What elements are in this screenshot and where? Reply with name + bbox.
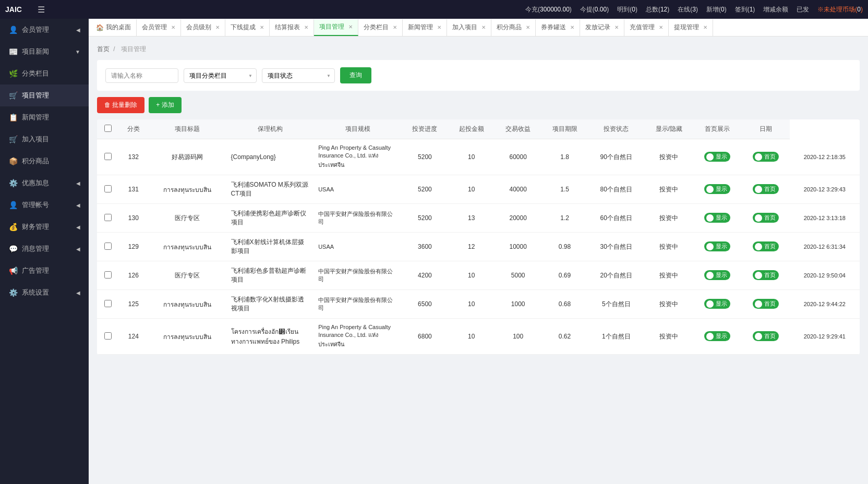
sidebar-item-message-mgmt[interactable]: 💬 消息管理 ◀	[0, 238, 89, 260]
row-select-checkbox[interactable]	[104, 271, 112, 279]
tab-close-icon[interactable]: ✕	[437, 25, 441, 30]
row-show-toggle[interactable]: 显示	[693, 233, 741, 261]
row-date: 2020-12 9:44:22	[790, 290, 860, 319]
tab-my-desk[interactable]: 🏠 我的桌面	[91, 19, 137, 36]
show-toggle[interactable]: 显示	[704, 241, 730, 251]
status-select[interactable]: 项目状态	[262, 68, 335, 83]
homepage-toggle[interactable]: 首页	[753, 213, 779, 223]
row-select-checkbox[interactable]	[104, 214, 112, 221]
tab-join-project[interactable]: 加入项目 ✕	[447, 19, 491, 36]
tab-coupon-transfer[interactable]: 券券罐送 ✕	[536, 19, 580, 36]
tab-downline-achieve[interactable]: 下线提成 ✕	[225, 19, 270, 36]
show-toggle[interactable]: 显示	[704, 213, 730, 223]
tab-close-icon[interactable]: ✕	[348, 24, 353, 30]
tab-close-icon[interactable]: ✕	[393, 25, 397, 30]
stat-unprocessed[interactable]: ※未处理币场(0)	[817, 5, 863, 14]
row-show-toggle[interactable]: 显示	[693, 290, 741, 319]
row-select-checkbox[interactable]	[104, 332, 112, 340]
homepage-toggle[interactable]: 首页	[753, 152, 779, 162]
tab-close-icon[interactable]: ✕	[481, 25, 486, 30]
batch-delete-button[interactable]: 🗑 批量删除	[97, 97, 144, 113]
tab-close-icon[interactable]: ✕	[304, 25, 308, 30]
row-checkbox	[97, 261, 119, 290]
sidebar-item-ad-mgmt[interactable]: 📢 广告管理	[0, 260, 89, 282]
toggle-label: 显示	[716, 243, 727, 250]
homepage-toggle[interactable]: 首页	[753, 299, 779, 309]
stat-issued[interactable]: 已发	[797, 5, 809, 14]
sidebar-item-finance-mgmt[interactable]: 💰 财务管理 ◀	[0, 216, 89, 238]
select-all-checkbox[interactable]	[104, 125, 112, 132]
tab-close-icon[interactable]: ✕	[703, 25, 707, 30]
sidebar-item-member-mgmt[interactable]: 👤 会员管理 ◀	[0, 19, 89, 41]
category-select[interactable]: 项目分类栏目	[184, 68, 257, 83]
tab-settle-report[interactable]: 结算报表 ✕	[270, 19, 314, 36]
row-homepage-toggle[interactable]: 首页	[741, 204, 789, 233]
stat-signin[interactable]: 签到(1)	[735, 5, 755, 14]
tab-news-mgmt[interactable]: 新闻管理 ✕	[403, 19, 447, 36]
tab-project-mgmt[interactable]: 项目管理 ✕	[314, 19, 358, 36]
stat-due[interactable]: 明到(0)	[617, 5, 637, 14]
sidebar-item-admin-account[interactable]: 👤 管理帐号 ◀	[0, 194, 89, 216]
tab-member-mgmt[interactable]: 会员管理 ✕	[137, 19, 181, 36]
homepage-toggle[interactable]: 首页	[753, 184, 779, 194]
menu-icon[interactable]: ☰	[38, 5, 45, 15]
stat-withdraw[interactable]: 今提(0.00)	[580, 5, 609, 14]
sidebar-item-system-settings[interactable]: ⚙️ 系统设置 ◀	[0, 282, 89, 304]
col-progress: 投资进度	[402, 119, 448, 139]
tab-send-record[interactable]: 发放记录 ✕	[580, 19, 624, 36]
tab-member-level[interactable]: 会员级别 ✕	[181, 19, 225, 36]
homepage-toggle[interactable]: 首页	[753, 331, 779, 341]
search-button[interactable]: 查询	[340, 67, 371, 83]
row-select-checkbox[interactable]	[104, 185, 112, 192]
tab-close-icon[interactable]: ✕	[171, 25, 175, 30]
row-show-toggle[interactable]: 显示	[693, 204, 741, 233]
row-select-checkbox[interactable]	[104, 153, 112, 160]
row-select-checkbox[interactable]	[104, 300, 112, 307]
breadcrumb-home[interactable]: 首页	[97, 45, 110, 53]
stat-new[interactable]: 新增(0)	[706, 5, 727, 14]
row-homepage-toggle[interactable]: 首页	[741, 261, 789, 290]
tab-category-bar[interactable]: 分类栏目 ✕	[358, 19, 403, 36]
name-input[interactable]	[105, 68, 178, 83]
sidebar-item-project-news[interactable]: 📰 项目新闻 ▼	[0, 41, 89, 63]
show-toggle[interactable]: 显示	[704, 299, 730, 309]
row-show-toggle[interactable]: 显示	[693, 139, 741, 175]
sidebar-item-project-mgmt[interactable]: 🛒 项目管理	[0, 84, 89, 106]
sidebar-item-discount-info[interactable]: ⚙️ 优惠加息 ◀	[0, 172, 89, 194]
row-show-toggle[interactable]: 显示	[693, 175, 741, 204]
row-show-toggle[interactable]: 显示	[693, 261, 741, 290]
stat-recharge[interactable]: 今充(300000.00)	[525, 5, 572, 14]
row-homepage-toggle[interactable]: 首页	[741, 139, 789, 175]
show-toggle[interactable]: 显示	[704, 184, 730, 194]
row-homepage-toggle[interactable]: 首页	[741, 175, 789, 204]
stat-online[interactable]: 在线(3)	[678, 5, 698, 14]
stat-total[interactable]: 总数(12)	[646, 5, 669, 14]
add-button[interactable]: + 添加	[149, 97, 181, 113]
row-show-toggle[interactable]: 显示	[693, 319, 741, 355]
row-homepage-toggle[interactable]: 首页	[741, 319, 789, 355]
tab-withdraw-mgmt[interactable]: 提现管理 ✕	[669, 19, 713, 36]
homepage-toggle[interactable]: 首页	[753, 270, 779, 280]
row-category: การลงทุนระบบสิน	[148, 319, 227, 355]
sidebar-item-news-mgmt[interactable]: 📋 新闻管理	[0, 106, 89, 128]
tab-close-icon[interactable]: ✕	[260, 25, 264, 30]
sidebar-item-join-project[interactable]: 🛒 加入项目	[0, 128, 89, 150]
tab-close-icon[interactable]: ✕	[570, 25, 574, 30]
sidebar-item-points-goods[interactable]: 📦 积分商品	[0, 150, 89, 172]
tab-close-icon[interactable]: ✕	[215, 25, 220, 30]
tab-recharge-mgmt[interactable]: 充值管理 ✕	[624, 19, 669, 36]
show-toggle[interactable]: 显示	[704, 152, 730, 162]
delete-icon: 🗑	[104, 101, 111, 108]
stat-balance[interactable]: 增减余额	[763, 5, 788, 14]
row-homepage-toggle[interactable]: 首页	[741, 290, 789, 319]
tab-close-icon[interactable]: ✕	[614, 25, 619, 30]
show-toggle[interactable]: 显示	[704, 331, 730, 341]
homepage-toggle[interactable]: 首页	[753, 241, 779, 251]
tab-close-icon[interactable]: ✕	[526, 25, 530, 30]
tab-points-goods[interactable]: 积分商品 ✕	[491, 19, 536, 36]
row-select-checkbox[interactable]	[104, 243, 112, 250]
show-toggle[interactable]: 显示	[704, 270, 730, 280]
sidebar-item-category-bar[interactable]: 🌿 分类栏目	[0, 63, 89, 84]
tab-close-icon[interactable]: ✕	[659, 25, 663, 30]
row-homepage-toggle[interactable]: 首页	[741, 233, 789, 261]
